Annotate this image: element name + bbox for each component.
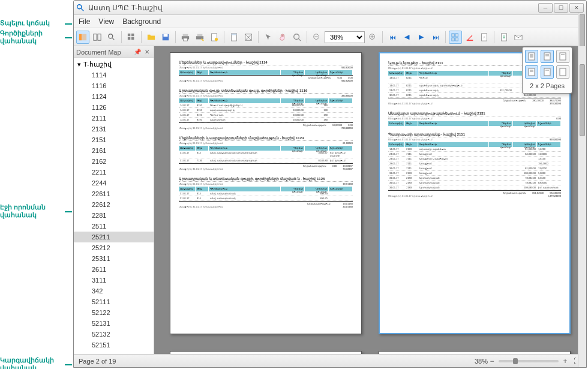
svg-line-7 (112, 37, 115, 40)
tree-item[interactable]: 1126 (74, 102, 154, 113)
header-footer-button[interactable] (227, 31, 241, 44)
hand-tool-button[interactable] (276, 31, 289, 44)
tree-item[interactable]: 52132 (74, 329, 154, 340)
grid-view-button[interactable] (125, 31, 138, 44)
svg-rect-22 (232, 33, 237, 35)
multipage-label: 2 x 2 Pages (525, 81, 569, 91)
status-page: Page 2 of 19 (79, 358, 475, 365)
page-setup-button[interactable] (208, 31, 221, 44)
sb-zoom-out[interactable]: − (488, 357, 496, 365)
docmap-toggle-button[interactable] (76, 31, 89, 44)
minimize-button[interactable]: ─ (538, 3, 553, 13)
page-thumbnail-2[interactable]: Նյութ և նյութեր - հաշիվ 2111Մնացորդ 01.0… (379, 52, 571, 334)
tree-item[interactable]: 2131 (74, 124, 154, 134)
tree-item[interactable]: 22611 (74, 188, 154, 199)
tree-root[interactable]: ▾T-հաշիվ (74, 59, 154, 70)
zoom-select[interactable]: 38% (325, 31, 365, 43)
tree-item[interactable]: 342 (74, 286, 154, 296)
docmap-tree[interactable]: ▾T-հաշիվ 1114111611241126211121312151216… (74, 58, 154, 354)
zoom-in-button[interactable] (366, 31, 379, 44)
last-page-button[interactable]: ⏭ (429, 31, 442, 44)
svg-rect-16 (184, 38, 188, 40)
tree-item[interactable]: 2281 (74, 210, 154, 221)
grid-cell[interactable] (525, 50, 538, 63)
tree-item[interactable]: 2244 (74, 178, 154, 188)
quick-print-button[interactable] (193, 31, 206, 44)
svg-point-0 (77, 4, 82, 8)
first-page-button[interactable]: ⏮ (386, 31, 399, 44)
multipage-popup: 2 x 2 Pages (522, 47, 572, 94)
watermark-button[interactable]: A (478, 31, 491, 44)
tree-item[interactable]: 2611 (74, 264, 154, 275)
tree-item[interactable]: 25212 (74, 242, 154, 253)
maximize-button[interactable]: ☐ (554, 3, 568, 13)
tree-item[interactable]: 2162 (74, 156, 154, 167)
prev-page-button[interactable]: ◀ (400, 31, 413, 44)
thumbnails-button[interactable] (91, 31, 104, 44)
print-preview-window: Աստղ ՍՊԸ T-հաշիվ ─ ☐ ✕ File View Backgro… (73, 0, 587, 368)
statusbar: Page 2 of 19 38% − + ⛶ (74, 354, 586, 367)
tree-item[interactable]: 2151 (74, 134, 154, 145)
zoom-slider[interactable] (499, 360, 559, 362)
magnifier-button[interactable] (290, 31, 304, 44)
tree-item[interactable]: 52151 (74, 340, 154, 350)
menu-view[interactable]: View (98, 17, 114, 26)
svg-rect-10 (128, 37, 130, 40)
svg-rect-13 (164, 34, 168, 36)
grid-cell[interactable] (556, 50, 569, 63)
grid-cell[interactable] (525, 65, 538, 79)
tree-item[interactable]: 25311 (74, 253, 154, 264)
tree-item[interactable]: 2511 (74, 221, 154, 232)
multipage-button[interactable] (449, 31, 462, 44)
print-button[interactable] (179, 31, 192, 44)
tree-item[interactable]: 52131 (74, 318, 154, 329)
svg-rect-18 (196, 36, 203, 39)
svg-rect-32 (455, 33, 458, 36)
page-thumbnail-4[interactable] (379, 351, 571, 354)
grid-cell[interactable] (541, 50, 554, 63)
scale-button[interactable] (242, 31, 255, 44)
svg-rect-31 (452, 33, 454, 36)
menu-file[interactable]: File (79, 17, 90, 26)
tree-item[interactable]: 2111 (74, 113, 154, 124)
email-button[interactable] (512, 31, 525, 44)
export-button[interactable] (497, 31, 511, 44)
close-panel-icon[interactable]: ✕ (143, 48, 151, 56)
pointer-tool-button[interactable] (262, 31, 275, 44)
tree-item[interactable]: 1114 (74, 70, 154, 80)
docmap-title: Document Map (76, 49, 132, 56)
toolbar: 38% ⏮ ◀ ▶ ⏭ A (74, 28, 586, 46)
window-title: Աստղ ՍՊԸ T-հաշիվ (88, 4, 538, 12)
svg-line-25 (299, 38, 301, 41)
pin-icon[interactable]: 📌 (133, 48, 142, 56)
svg-rect-52 (544, 68, 550, 76)
tree-item[interactable]: 3111 (74, 275, 154, 286)
close-button[interactable]: ✕ (569, 3, 584, 13)
tree-item[interactable]: 1116 (74, 80, 154, 91)
next-page-button[interactable]: ▶ (415, 31, 428, 44)
search-button[interactable] (105, 31, 118, 44)
menu-background[interactable]: Background (122, 17, 161, 26)
page-thumbnail-3[interactable] (170, 351, 362, 354)
sb-zoom-in[interactable]: + (561, 357, 569, 365)
save-button[interactable] (159, 31, 172, 44)
tree-item[interactable]: 25211 (74, 232, 154, 242)
open-button[interactable] (145, 31, 158, 44)
svg-rect-2 (79, 34, 82, 40)
tree-item[interactable]: 1124 (74, 91, 154, 102)
page-thumbnail-1[interactable]: Մեքենաներ և սարքավորումներ - հաշիվ 1114Մ… (170, 52, 362, 334)
tree-item[interactable]: 52122 (74, 307, 154, 318)
tree-item[interactable]: 2211 (74, 167, 154, 178)
svg-rect-3 (82, 34, 86, 40)
svg-rect-47 (560, 53, 566, 60)
grid-cell[interactable] (556, 65, 569, 79)
svg-line-1 (81, 8, 83, 10)
tree-item[interactable]: 52111 (74, 296, 154, 307)
tree-item[interactable]: 22612 (74, 199, 154, 210)
zoom-out-button[interactable] (310, 31, 323, 44)
color-button[interactable] (463, 31, 476, 44)
svg-rect-54 (560, 68, 566, 76)
grid-cell[interactable] (541, 65, 554, 79)
tree-item[interactable]: 2161 (74, 145, 154, 156)
preview-area[interactable]: Մեքենաներ և սարքավորումներ - հաշիվ 1114Մ… (154, 46, 586, 354)
